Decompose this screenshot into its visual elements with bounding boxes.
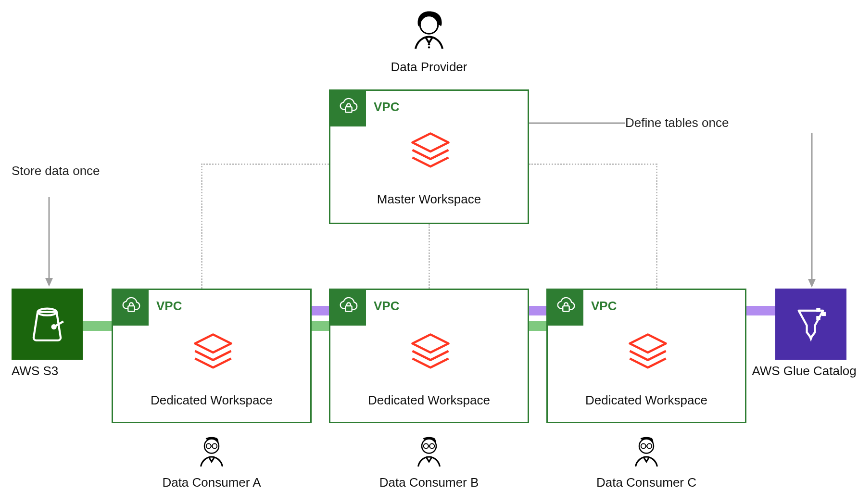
svg-point-1 xyxy=(428,43,430,45)
databricks-icon xyxy=(406,328,454,377)
dotted-connector xyxy=(201,164,202,289)
label-consumer-a: Data Consumer A xyxy=(139,475,284,490)
dotted-connector xyxy=(656,164,657,289)
person-icon-consumer xyxy=(627,433,666,471)
svg-marker-14 xyxy=(809,336,813,341)
connector-green xyxy=(529,321,546,331)
vpc-consumer-a: VPC Dedicated Workspace xyxy=(112,289,312,423)
label-dedicated-workspace: Dedicated Workspace xyxy=(548,393,745,408)
svg-rect-17 xyxy=(563,306,569,312)
connector-green xyxy=(83,321,112,331)
vpc-badge-icon xyxy=(113,290,149,326)
label-store-once: Store data once xyxy=(12,164,117,178)
arrow-define-once xyxy=(806,133,818,290)
svg-rect-12 xyxy=(822,312,826,316)
arrow-store-once xyxy=(43,197,55,289)
vpc-badge-icon xyxy=(330,91,366,126)
label-master-workspace: Master Workspace xyxy=(330,192,528,207)
svg-rect-16 xyxy=(345,306,352,312)
label-define-once: Define tables once xyxy=(625,115,798,130)
aws-glue-box xyxy=(775,289,846,360)
vpc-badge-icon xyxy=(330,290,366,326)
vpc-master: VPC Master Workspace xyxy=(329,89,529,224)
vpc-badge-icon xyxy=(548,290,583,326)
vpc-label: VPC xyxy=(591,299,617,314)
person-icon-consumer xyxy=(192,433,231,471)
dotted-connector xyxy=(429,224,430,289)
dotted-connector xyxy=(201,164,329,165)
line-define-once xyxy=(529,122,625,124)
databricks-icon xyxy=(189,328,237,377)
connector-purple xyxy=(746,306,775,315)
svg-marker-8 xyxy=(808,279,816,288)
connector-green xyxy=(312,321,329,331)
vpc-consumer-b: VPC Dedicated Workspace xyxy=(329,289,529,423)
label-provider: Data Provider xyxy=(366,60,492,75)
vpc-consumer-c: VPC Dedicated Workspace xyxy=(546,289,746,423)
diagram-canvas: Data Provider VPC Master Workspace xyxy=(0,0,858,504)
person-icon-consumer xyxy=(410,433,448,471)
vpc-label: VPC xyxy=(156,299,182,314)
aws-s3-box xyxy=(12,289,83,360)
label-dedicated-workspace: Dedicated Workspace xyxy=(330,393,528,408)
connector-purple xyxy=(529,306,546,315)
svg-rect-13 xyxy=(816,316,820,320)
vpc-label: VPC xyxy=(374,100,399,114)
label-aws-glue: AWS Glue Catalog xyxy=(750,364,858,378)
person-icon-provider xyxy=(405,7,453,55)
svg-rect-11 xyxy=(816,308,820,312)
svg-rect-3 xyxy=(345,107,352,113)
label-consumer-b: Data Consumer B xyxy=(357,475,501,490)
dotted-connector xyxy=(529,164,657,165)
databricks-icon xyxy=(624,328,672,377)
svg-point-2 xyxy=(428,46,430,48)
svg-rect-15 xyxy=(128,306,134,312)
svg-point-0 xyxy=(420,16,438,34)
vpc-label: VPC xyxy=(374,299,399,314)
label-consumer-c: Data Consumer C xyxy=(574,475,719,490)
label-aws-s3: AWS S3 xyxy=(12,364,83,378)
label-dedicated-workspace: Dedicated Workspace xyxy=(113,393,310,408)
connector-purple xyxy=(312,306,329,315)
svg-marker-5 xyxy=(45,278,53,287)
databricks-icon xyxy=(406,127,454,176)
